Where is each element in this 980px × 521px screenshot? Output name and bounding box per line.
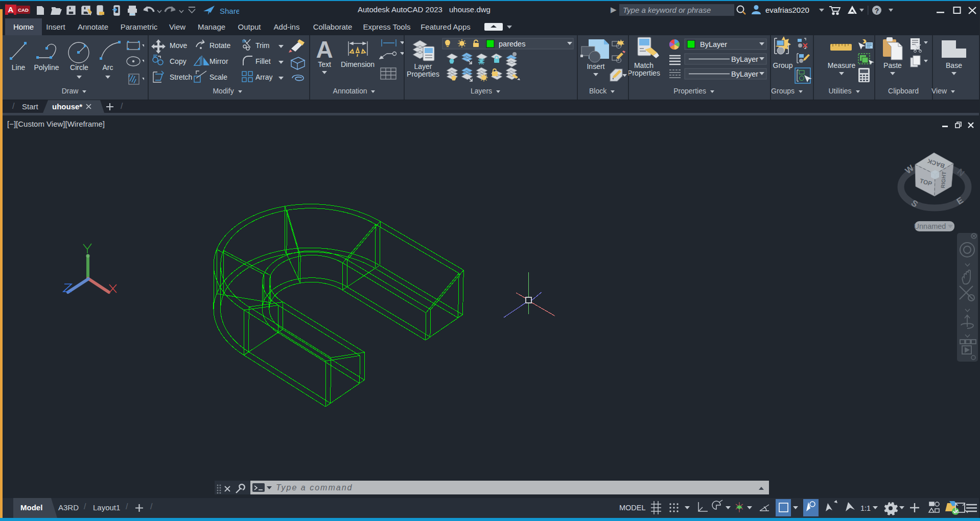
- svg-text:Rotate: Rotate: [209, 41, 230, 50]
- svg-text:Measure: Measure: [828, 61, 856, 69]
- svg-text:ByLayer: ByLayer: [731, 55, 758, 63]
- svg-text:Layer: Layer: [414, 62, 432, 70]
- svg-text:Arc: Arc: [103, 63, 113, 72]
- svg-text:Scale: Scale: [209, 73, 227, 81]
- svg-text:CAD: CAD: [18, 7, 29, 13]
- svg-text:Unnamed: Unnamed: [914, 222, 946, 230]
- svg-text:Mirror: Mirror: [209, 57, 228, 65]
- svg-text:Polyline: Polyline: [34, 63, 59, 72]
- svg-text:Match: Match: [634, 61, 654, 69]
- svg-text:ByLayer: ByLayer: [731, 70, 758, 78]
- svg-text:Paste: Paste: [883, 61, 902, 69]
- svg-text:Text: Text: [318, 60, 331, 68]
- svg-text:Copy: Copy: [170, 57, 186, 65]
- svg-text:Trim: Trim: [255, 41, 269, 50]
- svg-text:ByLayer: ByLayer: [700, 40, 727, 49]
- svg-text:Fillet: Fillet: [255, 57, 271, 65]
- svg-text:paredes: paredes: [499, 40, 525, 48]
- svg-text:Insert: Insert: [587, 62, 604, 70]
- svg-text:Line: Line: [12, 63, 26, 72]
- svg-text:1:1: 1:1: [860, 504, 871, 512]
- svg-text:Stretch: Stretch: [170, 73, 192, 81]
- svg-text:Circle: Circle: [70, 63, 88, 72]
- svg-text:evafrias2020: evafrias2020: [765, 6, 809, 14]
- svg-text:Dimension: Dimension: [341, 60, 375, 68]
- svg-text:Move: Move: [170, 41, 187, 50]
- svg-text:Group: Group: [773, 61, 793, 69]
- svg-text:Base: Base: [946, 61, 962, 69]
- svg-text:Share: Share: [220, 7, 239, 15]
- svg-text:Array: Array: [255, 73, 272, 81]
- svg-text:?: ?: [875, 7, 879, 15]
- svg-text:Properties: Properties: [407, 70, 439, 78]
- svg-text:Properties: Properties: [628, 69, 660, 77]
- svg-text:A: A: [316, 36, 333, 63]
- svg-text:A: A: [8, 5, 14, 14]
